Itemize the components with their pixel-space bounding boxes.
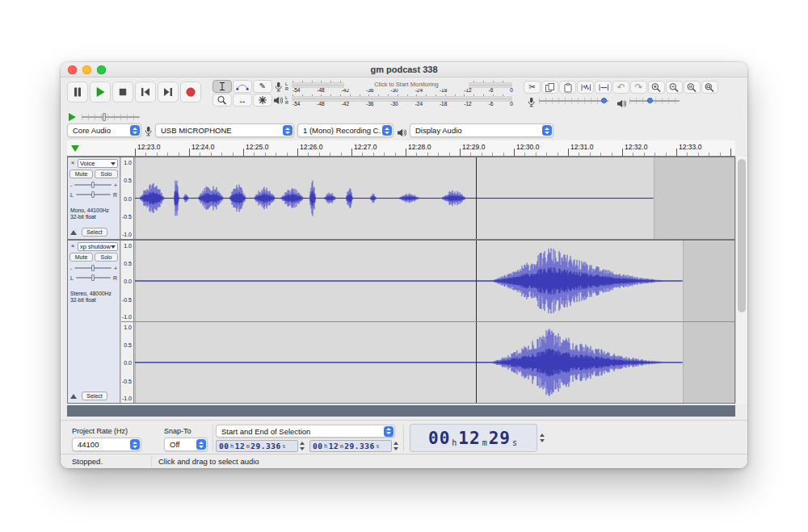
silence-audio-button[interactable] <box>595 81 612 94</box>
skip-to-start-button[interactable] <box>135 82 156 103</box>
playback-volume-thumb[interactable] <box>647 98 653 103</box>
gain-thumb[interactable] <box>91 182 95 188</box>
pan-slider[interactable]: L R <box>70 191 117 199</box>
pan-left-label: L <box>70 192 74 198</box>
audio-host-select[interactable]: Core Audio <box>67 124 141 137</box>
project-rate-select[interactable]: 44100 <box>72 438 141 451</box>
collapse-button[interactable] <box>70 394 77 399</box>
time-digits: 12 <box>458 429 480 448</box>
chevron-down-icon <box>111 162 116 165</box>
play-at-speed-icon[interactable] <box>69 113 76 121</box>
pan-slider[interactable]: L R <box>70 274 117 282</box>
pan-left-label: L <box>70 275 74 281</box>
copy-button[interactable] <box>541 81 558 94</box>
record-button[interactable] <box>180 82 201 103</box>
mute-button[interactable]: Mute <box>69 253 93 262</box>
pause-button[interactable] <box>67 82 88 103</box>
recording-meter-body[interactable]: -54-48-42-36-30-24-18-12-60 Click to Sta… <box>291 80 513 93</box>
play-button[interactable] <box>90 82 111 103</box>
selection-tool-button[interactable] <box>213 80 232 93</box>
zoom-in-button[interactable] <box>648 81 665 94</box>
envelope-tool-button[interactable] <box>233 80 252 93</box>
toolbar-area: ✎ ↔ L R -54-48-42-36-30-24-18-12-60 <box>61 77 747 140</box>
timeshift-tool-button[interactable]: ↔ <box>233 94 252 107</box>
selection-end-field[interactable]: 00h12m29.336s <box>309 440 392 452</box>
scrollbar-thumb[interactable] <box>738 159 746 312</box>
track-name-menu[interactable]: Voice <box>78 159 118 168</box>
selection-toolbar: Project Rate (Hz) 44100 Snap-To Off Star… <box>61 420 747 454</box>
pan-thumb[interactable] <box>91 191 95 198</box>
track-close-button[interactable]: × <box>69 159 77 167</box>
recording-channels-select[interactable]: 1 (Mono) Recording C... <box>297 124 393 137</box>
gain-slider[interactable]: - + <box>70 264 117 272</box>
audio-position-display[interactable]: 00h12m29s <box>410 424 537 452</box>
solo-button[interactable]: Solo <box>95 170 118 178</box>
speed-thumb[interactable] <box>103 113 106 121</box>
waveform-area[interactable] <box>135 322 734 403</box>
playback-device-select[interactable]: Display Audio <box>410 124 553 137</box>
amplitude-label: 1.0 <box>124 325 132 330</box>
selection-start-field[interactable]: 00h12m29.336s <box>216 440 298 452</box>
track-close-button[interactable]: × <box>69 242 77 250</box>
vertical-ruler[interactable]: 1.00.50.0-0.5-1.0 <box>121 157 134 239</box>
playback-cursor <box>476 241 477 321</box>
track-name-menu[interactable]: xp shutdown <box>78 242 118 251</box>
playback-meter-body[interactable]: -54-48-42-36-30-24-18-12-60 <box>291 94 513 107</box>
select-button[interactable]: Select <box>82 228 107 237</box>
meter-db-label: -6 <box>489 88 494 94</box>
vertical-ruler[interactable]: 1.00.50.0-0.5-1.0 <box>121 322 134 403</box>
stepper-icon[interactable] <box>540 434 545 442</box>
chevron-down-icon <box>111 245 116 249</box>
skip-to-end-button[interactable] <box>158 82 179 103</box>
gain-slider[interactable]: - + <box>70 181 117 189</box>
paste-button[interactable] <box>559 81 576 94</box>
collapse-button[interactable] <box>70 230 77 235</box>
snap-to-select[interactable]: Off <box>164 438 208 451</box>
timeline-ruler[interactable]: 12:23.012:24.012:25.012:26.012:27.012:28… <box>135 140 735 156</box>
vertical-scrollbar[interactable] <box>735 157 747 404</box>
mute-button[interactable]: Mute <box>69 170 93 178</box>
minimize-button[interactable] <box>82 65 91 74</box>
ibeam-icon <box>218 82 226 91</box>
recording-volume-thumb[interactable] <box>601 98 607 103</box>
pan-thumb[interactable] <box>91 274 95 281</box>
monitor-hint[interactable]: Click to Start Monitoring <box>344 80 469 89</box>
recording-device-select[interactable]: USB MICROPHONE <box>155 124 294 137</box>
fit-project-button[interactable] <box>701 81 718 94</box>
solo-button[interactable]: Solo <box>95 253 118 262</box>
stepper-icon[interactable] <box>300 442 305 450</box>
meter-channel-labels: L R <box>285 95 288 106</box>
timeline-options-button[interactable] <box>71 145 79 152</box>
cut-button[interactable]: ✂ <box>524 81 541 94</box>
stop-button[interactable] <box>112 82 133 103</box>
zoom-tool-button[interactable] <box>213 94 232 107</box>
select-button[interactable]: Select <box>82 392 107 400</box>
playback-volume-slider[interactable] <box>629 95 680 107</box>
copy-icon <box>544 82 556 93</box>
clipboard-icon <box>562 82 574 93</box>
undo-button[interactable]: ↶ <box>612 81 629 94</box>
redo-button[interactable]: ↷ <box>630 81 647 94</box>
multi-tool-button[interactable] <box>253 94 272 107</box>
zoom-out-button[interactable] <box>666 81 683 94</box>
stepper-icon[interactable] <box>393 442 399 450</box>
horizontal-scrollbar[interactable] <box>67 405 735 417</box>
vertical-ruler[interactable]: 1.00.50.0-0.5-1.0 <box>121 241 134 321</box>
waveform-area[interactable] <box>135 157 734 239</box>
recording-volume-slider[interactable] <box>539 95 608 107</box>
time-digits: 00 <box>219 442 229 450</box>
close-button[interactable] <box>68 65 77 74</box>
playback-meter[interactable]: L R -54-48-42-36-30-24-18-12-60 <box>272 94 513 107</box>
maximize-button[interactable] <box>97 65 106 74</box>
selection-mode-select[interactable]: Start and End of Selection <box>216 425 395 438</box>
waveform-area[interactable] <box>135 241 734 321</box>
recording-meter[interactable]: L R -54-48-42-36-30-24-18-12-60 Click to… <box>272 80 513 93</box>
zoom-out-icon <box>668 82 680 93</box>
draw-tool-button[interactable]: ✎ <box>253 80 272 93</box>
time-digits: 00 <box>313 442 322 450</box>
trim-audio-button[interactable] <box>577 81 594 94</box>
pan-groove <box>76 194 111 195</box>
play-speed-slider[interactable] <box>82 111 140 123</box>
gain-thumb[interactable] <box>91 265 95 271</box>
fit-selection-button[interactable] <box>684 81 701 94</box>
